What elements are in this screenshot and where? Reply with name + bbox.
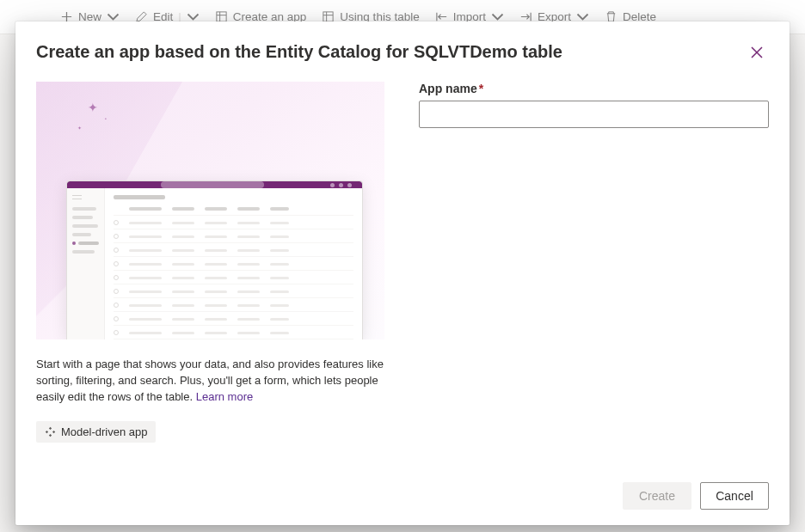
app-name-label: App name* — [419, 82, 769, 95]
app-name-input[interactable] — [419, 101, 769, 128]
model-driven-icon — [45, 426, 56, 437]
app-type-badge: Model-driven app — [36, 421, 156, 443]
left-column: ✦ ✦ • — [36, 82, 384, 470]
close-button[interactable] — [745, 40, 769, 64]
cancel-button[interactable]: Cancel — [700, 482, 769, 510]
sparkle-icon: ✦ — [88, 101, 98, 114]
sparkle-icon: • — [105, 116, 107, 121]
badge-label: Model-driven app — [61, 425, 147, 438]
create-button[interactable]: Create — [623, 482, 691, 510]
mock-app-window — [66, 180, 363, 339]
modal-title: Create an app based on the Entity Catalo… — [36, 40, 562, 63]
create-app-modal: Create an app based on the Entity Catalo… — [15, 21, 790, 525]
close-icon — [751, 46, 763, 58]
required-indicator: * — [479, 82, 483, 95]
modal-header: Create an app based on the Entity Catalo… — [36, 40, 769, 64]
learn-more-link[interactable]: Learn more — [196, 390, 253, 403]
right-column: App name* — [419, 82, 769, 470]
modal-description: Start with a page that shows your data, … — [36, 357, 384, 406]
modal-body: ✦ ✦ • — [36, 82, 769, 470]
modal-footer: Create Cancel — [36, 470, 769, 510]
sparkle-icon: ✦ — [77, 125, 82, 131]
illustration: ✦ ✦ • — [36, 82, 384, 339]
